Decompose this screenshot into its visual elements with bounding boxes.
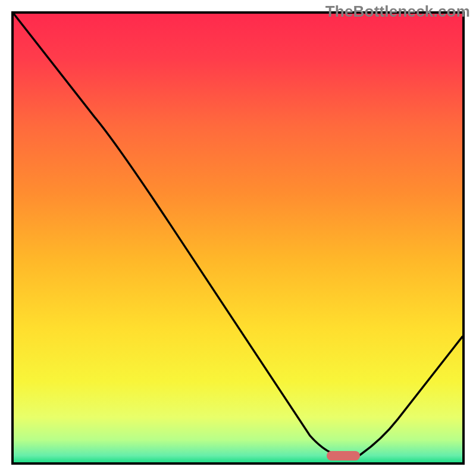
chart-stage: TheBottleneck.com [0,0,476,476]
bottleneck-curve [14,14,462,462]
watermark-text: TheBottleneck.com [325,2,470,21]
optimal-marker [327,451,360,461]
plot-area [11,11,465,465]
